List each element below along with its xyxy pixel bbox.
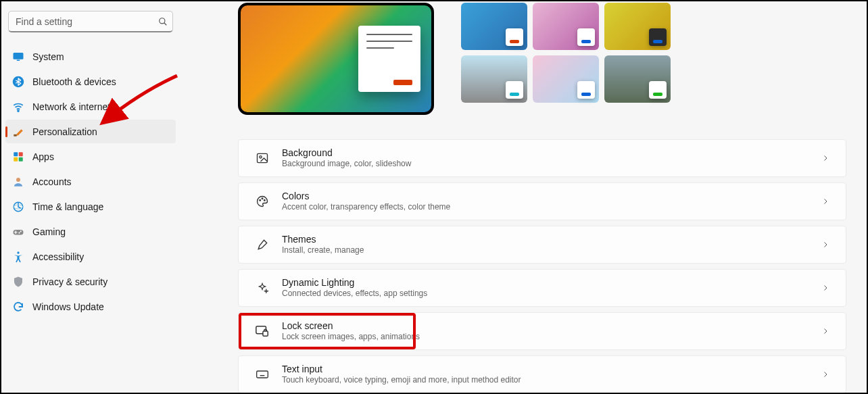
chevron-right-icon [821,370,829,378]
sidebar-item-label: Gaming [32,226,66,237]
shield-icon [12,276,24,288]
svg-rect-10 [19,157,23,161]
bluetooth-icon [12,76,24,88]
theme-thumb-3[interactable] [604,3,671,50]
setting-subtitle: Touch keyboard, voice typing, emoji and … [282,375,821,385]
setting-title: Lock screen [282,320,821,332]
search-button[interactable] [158,17,168,26]
svg-rect-25 [257,371,268,378]
setting-row-text-input[interactable]: Text input Touch keyboard, voice typing,… [238,355,846,393]
accessibility-icon [12,251,24,263]
theme-thumb-1[interactable] [461,3,527,50]
window-preview-card [358,26,420,92]
sparkle-icon [255,280,270,295]
svg-point-21 [262,198,263,199]
sidebar-item-label: Network & internet [32,101,110,112]
svg-rect-6 [14,134,17,136]
svg-point-11 [16,178,20,182]
chevron-right-icon [821,241,829,249]
wifi-icon [12,101,24,113]
setting-subtitle: Accent color, transparency effects, colo… [282,202,821,212]
sidebar-item-label: System [32,51,64,62]
sidebar-item-label: Apps [32,151,54,162]
svg-point-17 [17,251,19,253]
setting-row-lock-screen[interactable]: Lock screen Lock screen images, apps, an… [238,312,846,350]
sidebar-item-label: Windows Update [32,301,104,312]
sidebar-item-bluetooth[interactable]: Bluetooth & devices [5,70,176,93]
setting-title: Themes [282,234,821,245]
svg-point-19 [260,156,262,158]
search-wrap [8,11,173,32]
setting-subtitle: Lock screen images, apps, animations [282,332,821,341]
chevron-right-icon [821,154,829,162]
theme-thumb-6[interactable] [604,55,671,103]
lock-screen-icon [255,324,270,339]
theme-thumbnail-grid [461,3,671,103]
setting-subtitle: Connected devices, effects, app settings [282,289,821,298]
svg-point-16 [18,232,20,233]
search-input[interactable] [8,11,173,32]
sidebar-item-label: Accounts [32,176,72,187]
setting-row-background[interactable]: Background Background image, color, slid… [238,139,846,177]
sidebar-item-accounts[interactable]: Accounts [5,170,176,193]
setting-title: Dynamic Lighting [282,277,821,289]
palette-icon [255,194,270,209]
sidebar-item-label: Bluetooth & devices [32,76,116,87]
svg-rect-7 [14,152,18,156]
theme-thumb-5[interactable] [533,55,599,103]
sidebar-nav: System Bluetooth & devices Network & int… [5,45,176,318]
setting-subtitle: Background image, color, slideshow [282,159,821,168]
sidebar-item-label: Personalization [32,126,97,137]
svg-point-0 [160,18,165,24]
image-icon [255,151,270,166]
personalization-settings-list: Background Background image, color, slid… [238,139,846,393]
svg-point-5 [18,109,19,111]
svg-point-22 [264,200,266,201]
svg-rect-18 [258,153,268,162]
sidebar-item-label: Accessibility [32,251,84,262]
sidebar-item-accessibility[interactable]: Accessibility [5,245,176,268]
brush-icon [255,237,270,252]
svg-point-15 [20,230,22,232]
svg-rect-3 [17,59,20,61]
monitor-icon [12,51,24,63]
sidebar-item-apps[interactable]: Apps [5,145,176,168]
theme-thumb-2[interactable] [533,3,599,50]
setting-title: Text input [282,364,821,375]
sidebar-item-gaming[interactable]: Gaming [5,220,176,243]
chevron-right-icon [821,327,829,335]
keyboard-icon [255,367,270,382]
svg-line-1 [164,23,167,26]
sidebar-item-network[interactable]: Network & internet [5,95,176,118]
setting-title: Colors [282,191,821,202]
update-icon [12,301,24,313]
svg-rect-8 [19,152,23,156]
sidebar-item-privacy[interactable]: Privacy & security [5,270,176,293]
setting-subtitle: Install, create, manage [282,245,821,255]
user-icon [12,176,24,188]
sidebar-item-label: Privacy & security [32,276,107,287]
search-icon [158,17,168,26]
personalization-page: Background Background image, color, slid… [184,1,867,393]
sidebar-item-system[interactable]: System [5,45,176,68]
svg-rect-2 [14,53,24,59]
sidebar-item-personalization[interactable]: Personalization [5,120,176,143]
desktop-preview [238,3,434,115]
theme-thumb-4[interactable] [461,55,527,103]
sidebar-item-label: Time & language [32,201,103,212]
theme-preview-row [238,3,846,115]
paintbrush-icon [12,126,24,138]
setting-row-dynamic-lighting[interactable]: Dynamic Lighting Connected devices, effe… [238,269,846,307]
globe-clock-icon [12,201,24,213]
setting-row-themes[interactable]: Themes Install, create, manage [238,226,846,264]
settings-sidebar: System Bluetooth & devices Network & int… [1,1,184,393]
svg-rect-24 [263,331,268,336]
setting-title: Background [282,147,821,159]
svg-rect-9 [14,157,18,161]
sidebar-item-update[interactable]: Windows Update [5,295,176,318]
sidebar-item-time-language[interactable]: Time & language [5,195,176,218]
chevron-right-icon [821,197,829,205]
setting-row-colors[interactable]: Colors Accent color, transparency effect… [238,182,846,220]
apps-icon [12,151,24,163]
svg-point-20 [260,200,261,201]
